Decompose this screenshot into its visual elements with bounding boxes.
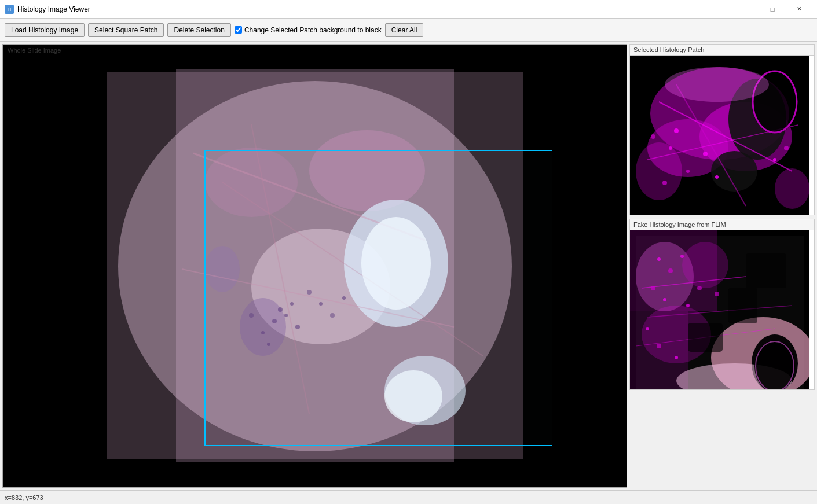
svg-point-68 bbox=[668, 268, 673, 273]
svg-rect-31 bbox=[205, 150, 552, 446]
fake-histology-svg bbox=[630, 230, 809, 389]
svg-rect-81 bbox=[688, 323, 723, 352]
svg-point-41 bbox=[674, 128, 679, 133]
svg-point-67 bbox=[657, 257, 661, 261]
left-panel[interactable]: Whole Slide Image bbox=[2, 44, 627, 488]
svg-point-77 bbox=[675, 356, 678, 359]
svg-rect-83 bbox=[746, 253, 786, 288]
right-panel: Selected Histology Patch bbox=[629, 44, 815, 488]
svg-point-69 bbox=[680, 255, 684, 258]
selected-patch-label: Selected Histology Patch bbox=[630, 45, 814, 56]
coordinates-display: x=832, y=673 bbox=[5, 494, 43, 501]
svg-point-47 bbox=[651, 134, 655, 139]
load-histology-button[interactable]: Load Histology Image bbox=[5, 23, 85, 37]
fake-histology-image bbox=[630, 230, 809, 389]
svg-point-53 bbox=[636, 142, 682, 200]
svg-point-76 bbox=[657, 344, 661, 348]
status-bar: x=832, y=673 bbox=[0, 490, 817, 504]
svg-point-75 bbox=[646, 327, 649, 330]
svg-point-44 bbox=[715, 175, 719, 179]
select-square-patch-button[interactable]: Select Square Patch bbox=[88, 23, 164, 37]
maximize-button[interactable]: □ bbox=[759, 0, 786, 19]
title-bar-controls: — □ ✕ bbox=[732, 0, 812, 19]
selected-patch-section: Selected Histology Patch bbox=[629, 44, 815, 215]
svg-point-49 bbox=[784, 146, 789, 150]
svg-rect-29 bbox=[78, 67, 107, 466]
minimize-button[interactable]: — bbox=[732, 0, 759, 19]
title-bar-left: H Histology Image Viewer bbox=[5, 5, 90, 14]
slide-image-container[interactable] bbox=[3, 45, 627, 487]
selected-patch-image bbox=[630, 56, 809, 215]
fake-histology-section: Fake Histology Image from FLIM bbox=[629, 219, 815, 390]
change-background-checkbox-label[interactable]: Change Selected Patch background to blac… bbox=[235, 26, 382, 34]
selected-patch-svg bbox=[630, 56, 809, 215]
close-button[interactable]: ✕ bbox=[786, 0, 812, 19]
whole-slide-image[interactable] bbox=[78, 67, 552, 466]
main-content: Whole Slide Image bbox=[0, 42, 817, 490]
svg-point-52 bbox=[665, 67, 769, 102]
whole-slide-label: Whole Slide Image bbox=[5, 46, 63, 55]
svg-point-71 bbox=[663, 298, 666, 301]
change-background-checkbox[interactable] bbox=[235, 26, 242, 34]
svg-point-43 bbox=[703, 152, 708, 156]
app-icon: H bbox=[5, 5, 14, 14]
fake-histology-label: Fake Histology Image from FLIM bbox=[630, 219, 814, 230]
checkbox-label-text: Change Selected Patch background to blac… bbox=[244, 26, 382, 34]
svg-point-74 bbox=[715, 292, 719, 296]
title-bar: H Histology Image Viewer — □ ✕ bbox=[0, 0, 817, 19]
svg-point-42 bbox=[686, 170, 690, 173]
svg-point-72 bbox=[697, 286, 702, 290]
svg-point-48 bbox=[773, 158, 776, 161]
svg-point-73 bbox=[686, 304, 690, 307]
svg-point-54 bbox=[775, 168, 809, 209]
svg-rect-82 bbox=[728, 288, 757, 323]
window-title: Histology Image Viewer bbox=[17, 5, 90, 13]
clear-all-button[interactable]: Clear All bbox=[385, 23, 424, 37]
svg-point-70 bbox=[651, 286, 655, 290]
toolbar: Load Histology Image Select Square Patch… bbox=[0, 19, 817, 42]
delete-selection-button[interactable]: Delete Selection bbox=[167, 23, 230, 37]
